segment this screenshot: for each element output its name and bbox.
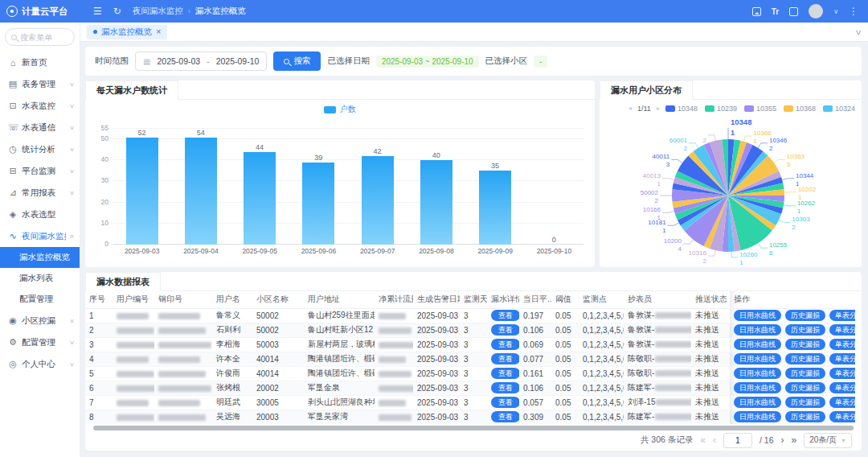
menu-search[interactable]: [5, 28, 75, 46]
page-number-input[interactable]: 1: [723, 433, 752, 448]
sidebar-subitem[interactable]: 配置管理: [0, 289, 80, 310]
bar[interactable]: [302, 163, 334, 245]
history-leak-button[interactable]: 历史漏损: [785, 382, 825, 393]
view-detail-button[interactable]: 查看: [491, 324, 519, 336]
date-end-value[interactable]: 2025-09-10: [216, 56, 260, 66]
user-avatar[interactable]: [809, 4, 823, 19]
pie-legend-item[interactable]: 10368: [784, 105, 816, 113]
single-meter-analysis-button[interactable]: 单表分析: [829, 411, 855, 422]
tab-close-icon[interactable]: ×: [156, 27, 161, 36]
daily-water-curve-button[interactable]: 日用水曲线: [734, 339, 781, 350]
next-page-button[interactable]: ›: [780, 435, 784, 445]
redacted-phone: [655, 341, 691, 348]
date-start-value[interactable]: 2025-09-03: [157, 56, 200, 66]
daily-water-curve-button[interactable]: 日用水曲线: [734, 324, 781, 336]
sidebar-item-meter-management[interactable]: ▤表务管理∨: [0, 73, 80, 95]
refresh-icon[interactable]: ↻: [113, 6, 121, 16]
sidebar-item-stats[interactable]: ◷统计分析∨: [0, 138, 80, 160]
prev-page-button[interactable]: ‹: [713, 435, 716, 445]
bar[interactable]: [362, 156, 394, 245]
bar[interactable]: [185, 138, 217, 245]
screenshot-icon[interactable]: [752, 7, 761, 16]
cell-days: 3: [460, 395, 487, 410]
daily-water-curve-button[interactable]: 日用水曲线: [734, 310, 781, 321]
view-detail-button[interactable]: 查看: [491, 310, 519, 321]
cell-address: 鲁山村259往里面走很远: [304, 308, 375, 323]
daily-water-curve-button[interactable]: 日用水曲线: [734, 411, 781, 422]
table-title[interactable]: 漏水数据报表: [85, 272, 161, 291]
redacted-value: [117, 356, 149, 363]
tab-leak-overview[interactable]: 漏水监控概览 ×: [87, 25, 167, 39]
single-meter-analysis-button[interactable]: 单表分析: [829, 339, 855, 350]
date-range-picker[interactable]: ▦ 2025-09-03 - 2025-09-10: [135, 51, 267, 71]
first-page-button[interactable]: «: [700, 435, 706, 445]
view-detail-button[interactable]: 查看: [491, 382, 519, 393]
single-meter-analysis-button[interactable]: 单表分析: [829, 382, 855, 393]
view-detail-button[interactable]: 查看: [491, 353, 519, 364]
last-page-button[interactable]: »: [791, 435, 796, 445]
cell-stamp_no: [154, 323, 212, 337]
sidebar-item-meter-selection[interactable]: ◈水表选型: [0, 204, 80, 225]
history-leak-button[interactable]: 历史漏损: [785, 310, 825, 321]
single-meter-analysis-button[interactable]: 单表分析: [829, 324, 855, 336]
user-menu-chevron-icon[interactable]: ∨: [833, 8, 838, 15]
menu-search-input[interactable]: [20, 33, 68, 42]
view-detail-button[interactable]: 查看: [491, 397, 519, 408]
bar[interactable]: [420, 160, 452, 245]
single-meter-analysis-button[interactable]: 单表分析: [829, 397, 855, 408]
history-leak-button[interactable]: 历史漏损: [785, 324, 825, 336]
sidebar-item-district-leak[interactable]: ◉小区控漏∨: [0, 310, 80, 331]
sidebar-item-config[interactable]: ⚙配置管理∨: [0, 331, 80, 353]
font-size-icon[interactable]: Tr: [772, 7, 779, 16]
sidebar-item-night-leak[interactable]: ∿夜间漏水监控∧: [0, 225, 80, 247]
pie-legend-item[interactable]: 10324: [823, 105, 855, 113]
single-meter-analysis-button[interactable]: 单表分析: [829, 353, 855, 364]
search-button[interactable]: 搜索: [273, 51, 321, 71]
collapse-menu-icon[interactable]: ☰: [93, 6, 102, 16]
tabbar-chevron-down-icon[interactable]: ∨: [855, 28, 863, 36]
sidebar-item-meter-monitor[interactable]: ⊡水表监控∨: [0, 95, 80, 117]
pie-legend-item[interactable]: 10348: [665, 105, 698, 113]
y-tick-label: 30: [101, 176, 108, 184]
fullscreen-icon[interactable]: [789, 7, 798, 16]
breadcrumb-parent[interactable]: 夜间漏水监控: [133, 6, 183, 17]
single-meter-analysis-button[interactable]: 单表分析: [829, 368, 855, 379]
history-leak-button[interactable]: 历史漏损: [785, 411, 825, 422]
bar-chart-legend[interactable]: 户数: [85, 101, 595, 117]
view-detail-button[interactable]: 查看: [491, 368, 519, 379]
sidebar-subitem[interactable]: 漏水监控概览: [0, 247, 80, 268]
pie-label-value: 2: [702, 257, 706, 265]
history-leak-button[interactable]: 历史漏损: [785, 397, 825, 408]
kebab-menu-icon[interactable]: ⋮: [849, 6, 858, 17]
legend-next-icon[interactable]: ▸: [657, 105, 660, 112]
sidebar-subitem[interactable]: 漏水列表: [0, 268, 80, 289]
daily-water-curve-button[interactable]: 日用水曲线: [734, 382, 781, 393]
pie-legend-item[interactable]: 10355: [744, 105, 776, 113]
bar[interactable]: [479, 171, 511, 245]
page-size-select[interactable]: 20条/页 ▼: [804, 433, 852, 448]
single-meter-analysis-button[interactable]: 单表分析: [829, 310, 855, 321]
sidebar-item-user-center[interactable]: ◎个人中心∨: [0, 353, 80, 375]
sidebar-item-label: 统计分析: [22, 144, 66, 155]
history-leak-button[interactable]: 历史漏损: [785, 339, 825, 350]
bar[interactable]: [126, 138, 158, 245]
view-detail-button[interactable]: 查看: [491, 339, 519, 350]
daily-water-curve-button[interactable]: 日用水曲线: [734, 353, 781, 364]
horizontal-scrollbar[interactable]: [93, 426, 854, 430]
legend-prev-icon[interactable]: ◂: [628, 105, 632, 112]
bar-chart-title[interactable]: 每天漏水户数统计: [85, 80, 178, 100]
sidebar-item-home[interactable]: ⌂新首页: [0, 51, 80, 73]
pie-label-line: [731, 252, 738, 257]
sidebar-item-meter-comm[interactable]: ☏水表通信∨: [0, 117, 80, 138]
cell-idx: 4: [85, 352, 113, 366]
view-detail-button[interactable]: 查看: [491, 411, 519, 422]
daily-water-curve-button[interactable]: 日用水曲线: [734, 368, 781, 379]
pie-legend-item[interactable]: 10239: [705, 105, 737, 113]
bar[interactable]: [244, 152, 276, 245]
daily-water-curve-button[interactable]: 日用水曲线: [734, 397, 781, 408]
pie-chart-title[interactable]: 漏水用户小区分布: [600, 80, 693, 100]
sidebar-item-reports[interactable]: ⊿常用报表∨: [0, 182, 80, 204]
sidebar-item-platform-monitor[interactable]: ⊟平台监测∨: [0, 160, 80, 182]
history-leak-button[interactable]: 历史漏损: [785, 368, 825, 379]
history-leak-button[interactable]: 历史漏损: [785, 353, 825, 364]
